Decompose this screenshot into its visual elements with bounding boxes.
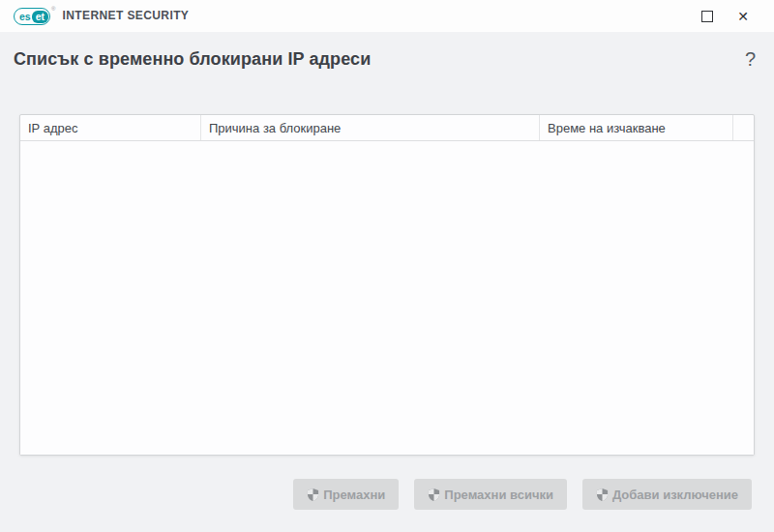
eset-logo-es: es <box>15 11 32 23</box>
remove-all-button[interactable]: Премахни всички <box>414 479 567 510</box>
uac-shield-icon <box>596 488 609 502</box>
product-name: INTERNET SECURITY <box>62 9 189 22</box>
close-button[interactable]: ✕ <box>735 8 751 25</box>
footer-actions: Премахни Премахни всички Добави изключен… <box>293 479 752 510</box>
maximize-button[interactable] <box>700 9 715 24</box>
column-header-ip-address[interactable]: IP адрес <box>20 115 201 140</box>
blocked-ip-table: IP адрес Причина за блокиране Време на и… <box>19 114 755 456</box>
eset-window: eset ® INTERNET SECURITY ✕ Списък с врем… <box>0 0 774 532</box>
page-title: Списък с временно блокирани IP адреси <box>14 49 371 70</box>
add-exception-button[interactable]: Добави изключение <box>582 479 752 510</box>
uac-shield-icon <box>428 488 440 502</box>
column-header-block-reason[interactable]: Причина за блокиране <box>201 115 540 140</box>
remove-button-label: Премахни <box>323 488 385 502</box>
column-header-spacer <box>733 115 754 140</box>
close-icon: ✕ <box>737 10 749 23</box>
remove-button[interactable]: Премахни <box>293 479 399 510</box>
maximize-icon <box>701 11 713 22</box>
eset-logo-et: et <box>32 11 48 23</box>
titlebar: eset ® INTERNET SECURITY ✕ <box>0 0 774 32</box>
add-exception-button-label: Добави изключение <box>612 488 738 502</box>
trademark-icon: ® <box>51 6 55 12</box>
uac-shield-icon <box>307 488 319 502</box>
column-header-timeout[interactable]: Време на изчакване <box>540 115 733 140</box>
help-icon: ? <box>745 48 756 70</box>
window-controls: ✕ <box>700 8 751 25</box>
eset-logo-pill: eset <box>14 8 50 25</box>
table-header-row: IP адрес Причина за блокиране Време на и… <box>20 115 754 141</box>
table-body-empty[interactable] <box>20 141 754 455</box>
remove-all-button-label: Премахни всички <box>444 488 553 502</box>
eset-logo: eset ® INTERNET SECURITY <box>14 7 189 25</box>
help-button[interactable]: ? <box>743 46 758 73</box>
